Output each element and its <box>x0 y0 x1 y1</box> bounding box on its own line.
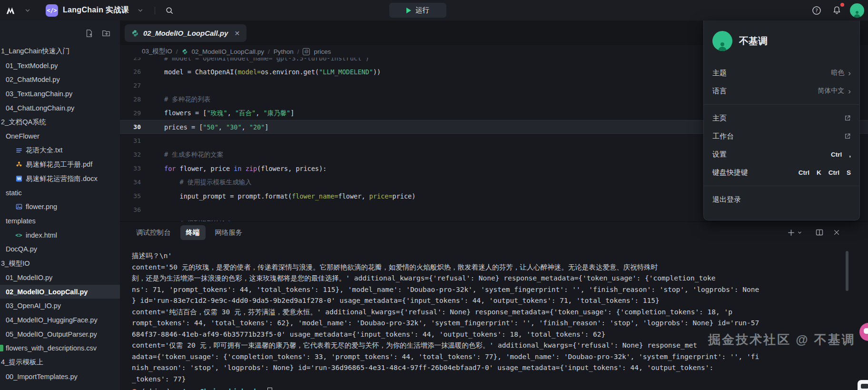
file-tree-item[interactable]: 4_提示模板上 <box>0 355 120 370</box>
file-tree-item[interactable]: 05_ModelIO_OutputParser.py <box>0 327 120 341</box>
terminal-dropdown-icon[interactable] <box>796 227 803 238</box>
help-button[interactable]: ? <box>810 4 823 17</box>
breadcrumb-folder[interactable]: 03_模型IO <box>142 47 172 56</box>
menu-item-workbench[interactable]: 工作台 <box>704 127 859 145</box>
run-button-label: 运行 <box>415 6 429 15</box>
terminal-line: ns': 71, 'prompt_tokens': 44, 'total_tok… <box>120 284 868 296</box>
notifications-button[interactable] <box>830 4 843 17</box>
chevron-right-icon: › <box>848 87 851 95</box>
notification-dot <box>840 3 844 7</box>
file-tree-item[interactable]: 2_文档QA系统 <box>0 115 120 129</box>
menu-item-theme[interactable]: 主题暗色› <box>704 64 859 82</box>
split-panel-button[interactable] <box>814 227 825 238</box>
terminal-cursor <box>267 388 272 390</box>
file-tree-item-label: 花语大全.txt <box>26 146 62 155</box>
file-tree-item-label: 00_ImportTemplates.py <box>6 373 78 380</box>
file-tree-item[interactable]: DocQA.py <box>0 242 120 257</box>
user-avatar[interactable] <box>850 3 864 18</box>
menu-item-label: 退出登录 <box>712 195 741 204</box>
file-tree-item[interactable]: 03_OpenAI_IO.py <box>0 299 120 313</box>
docx-icon: W <box>15 175 22 182</box>
app-logo-icon[interactable] <box>5 5 16 16</box>
terminal-line: } id='run-83e7c1d2-9e9c-4dd0-9da5-9b2ed9… <box>120 295 868 307</box>
menu-item-settings[interactable]: 设置Ctrl, <box>704 145 859 163</box>
terminal-tab-network[interactable]: 网络服务 <box>209 225 248 240</box>
file-tree-item-label: static <box>6 189 22 197</box>
line-number: 31 <box>120 137 141 144</box>
breadcrumb-file[interactable]: 02_ModelIO_LoopCall.py <box>192 48 264 55</box>
shortcut-key: Ctrl <box>831 151 842 158</box>
chevron-right-icon: › <box>848 69 851 77</box>
file-tree-item[interactable]: 01_TextModel.py <box>0 59 120 73</box>
workspace-chevron-icon[interactable] <box>21 4 34 17</box>
file-tree-item[interactable]: 易速鲜花员工手册.pdf <box>0 158 120 172</box>
terminal-scrollbar[interactable] <box>846 251 848 291</box>
code-line-text: input_prompt = prompt.format(flower_name… <box>141 192 415 200</box>
terminal-prompt: (shims) → LangChain_chinbooks <box>120 386 868 390</box>
external-link-icon <box>844 133 851 140</box>
terminal-header: 调试控制台 终端 网络服务 <box>120 222 868 243</box>
file-tree-item-label: 3_模型IO <box>1 259 30 268</box>
search-icon[interactable] <box>163 4 176 17</box>
breadcrumb-symbol-name[interactable]: prices <box>314 48 331 55</box>
new-file-button[interactable] <box>85 29 93 38</box>
file-tree-item-label: 1_LangChain快速入门 <box>1 47 69 56</box>
file-tree-item[interactable]: OneFlower <box>0 129 120 143</box>
menu-item-shortcuts[interactable]: 键盘快捷键CtrlKCtrlS <box>704 163 859 181</box>
file-tree-item-label: 01_ModelIO.py <box>6 274 52 281</box>
file-tree-item[interactable]: 02_ChatModel.py <box>0 72 120 87</box>
terminal-tab-terminal[interactable]: 终端 <box>180 225 206 240</box>
file-tree-item[interactable]: 00_ImportTemplates.py <box>0 370 120 384</box>
external-link-icon <box>844 115 851 121</box>
file-tree-item[interactable]: 04_ChatLongChain.py <box>0 101 120 115</box>
line-number: 34 <box>120 179 141 186</box>
file-tree-item[interactable]: flowers_with_descriptions.csv <box>0 341 120 355</box>
line-number: 26 <box>120 68 141 75</box>
file-tree-item-label: 04_ChatLongChain.py <box>6 104 74 112</box>
shortcut-key: Ctrl <box>799 169 809 176</box>
watermark: 掘金技术社区 @ 不基调 <box>708 331 856 348</box>
terminal-output[interactable]: 描述吗？\n'content='50 元的玫瑰，是爱的使者，传递着深情与浪漫。它… <box>120 243 868 390</box>
file-tree-item-selected[interactable]: 02_ModelIO_LoopCall.py <box>0 285 120 299</box>
shortcut-key: S <box>847 169 851 176</box>
file-tree-item[interactable]: static <box>0 186 120 200</box>
file-tree-item[interactable]: 1_LangChain快速入门 <box>0 44 120 59</box>
menu-item-label: 工作台 <box>712 132 734 141</box>
menu-item-home[interactable]: 主页 <box>704 109 859 127</box>
menu-item-logout[interactable]: 退出登录 <box>704 190 859 209</box>
line-number: 28 <box>120 96 141 103</box>
line-number: 32 <box>120 151 141 158</box>
corner-widget-button[interactable] <box>858 380 868 390</box>
topbar-divider <box>155 7 155 14</box>
file-tree: 1_LangChain快速入门01_TextModel.py02_ChatMod… <box>0 44 120 384</box>
shortcut-key: K <box>817 169 821 176</box>
file-tree-item-label: flower.png <box>26 203 57 210</box>
pdf-icon <box>15 161 22 168</box>
run-button[interactable]: 运行 <box>389 3 446 18</box>
file-tree-item[interactable]: 01_ModelIO.py <box>0 270 120 285</box>
terminal-line: _tokens': 77} <box>120 374 868 385</box>
file-tree-item-label: 易速鲜花运营指南.docx <box>26 174 98 183</box>
file-tree-item-label: 易速鲜花员工手册.pdf <box>26 160 92 169</box>
file-tree-item-label: 4_提示模板上 <box>1 358 43 367</box>
breadcrumb-language[interactable]: Python <box>274 48 294 55</box>
new-folder-button[interactable] <box>102 29 110 38</box>
editor-tab[interactable]: 02_ModelIO_LoopCall.py ✕ <box>125 24 247 42</box>
file-tree-item[interactable]: 03_TextLangChain.py <box>0 87 120 101</box>
file-tree-item[interactable]: <>index.html <box>0 228 120 242</box>
menu-item-language[interactable]: 语言简体中文› <box>704 82 859 100</box>
file-tree-item[interactable]: templates <box>0 214 120 228</box>
file-tree-item[interactable]: 花语大全.txt <box>0 143 120 158</box>
close-panel-button[interactable] <box>831 227 842 238</box>
project-chevron-icon[interactable] <box>134 4 147 17</box>
file-tree-item-label: 02_ModelIO_LoopCall.py <box>6 288 88 296</box>
code-line-text: # 使用提示模板生成输入 <box>141 178 252 187</box>
menu-item-value: 暗色› <box>831 69 851 77</box>
terminal-tab-debug-console[interactable]: 调试控制台 <box>130 225 177 240</box>
file-tree-item[interactable]: 3_模型IO <box>0 256 120 270</box>
file-tree-item[interactable]: flower.png <box>0 200 120 214</box>
add-terminal-button[interactable] <box>785 227 797 238</box>
file-tree-item[interactable]: W易速鲜花运营指南.docx <box>0 171 120 186</box>
file-tree-item[interactable]: 04_ModelIO_HuggingFace.py <box>0 313 120 327</box>
tab-close-icon[interactable]: ✕ <box>234 30 240 37</box>
